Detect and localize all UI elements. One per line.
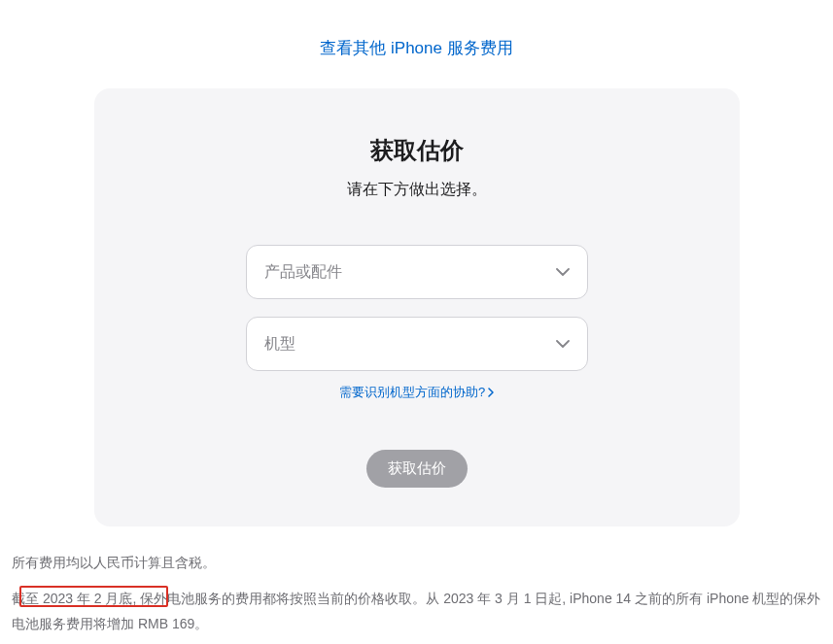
card-title: 获取估价: [123, 135, 711, 166]
chevron-right-icon: [488, 388, 494, 397]
estimate-card: 获取估价 请在下方做出选择。 产品或配件 机型 需要识别机型方面的协助? 获取估…: [94, 88, 740, 526]
model-select-placeholder: 机型: [264, 334, 295, 355]
footer-notes: 所有费用均以人民币计算且含税。 截至 2023 年 2 月底, 保外电池服务的费…: [0, 526, 833, 637]
card-subtitle: 请在下方做出选择。: [123, 180, 711, 200]
footer-note-2: 截至 2023 年 2 月底, 保外电池服务的费用都将按照当前的价格收取。从 2…: [12, 586, 821, 637]
other-iphone-service-link[interactable]: 查看其他 iPhone 服务费用: [320, 39, 512, 57]
chevron-down-icon: [556, 268, 570, 276]
top-link-container: 查看其他 iPhone 服务费用: [0, 0, 833, 88]
product-select-placeholder: 产品或配件: [264, 262, 342, 283]
model-select[interactable]: 机型: [246, 317, 588, 371]
help-link-label: 需要识别机型方面的协助?: [339, 384, 485, 401]
identify-model-help-link[interactable]: 需要识别机型方面的协助?: [339, 384, 494, 401]
product-select[interactable]: 产品或配件: [246, 245, 588, 299]
get-estimate-button[interactable]: 获取估价: [366, 450, 468, 488]
footer-note-1: 所有费用均以人民币计算且含税。: [12, 550, 821, 576]
help-link-container: 需要识别机型方面的协助?: [123, 383, 711, 401]
chevron-down-icon: [556, 340, 570, 348]
